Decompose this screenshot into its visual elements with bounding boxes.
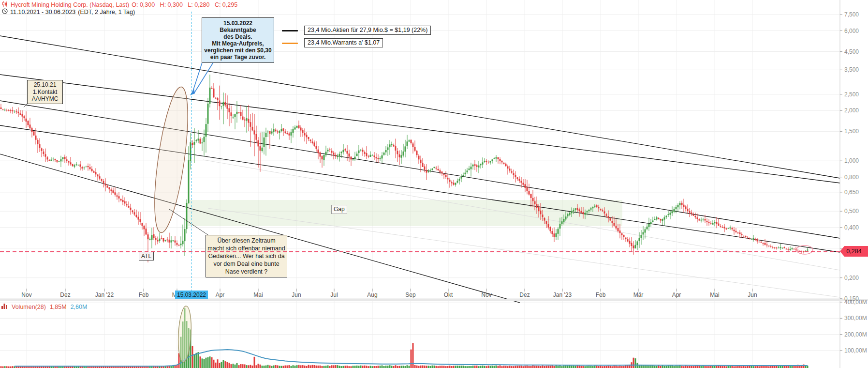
svg-text:Jul: Jul (330, 291, 338, 298)
gap-band (188, 200, 622, 226)
svg-text:Dez: Dez (519, 291, 530, 298)
svg-text:1,000: 1,000 (844, 157, 859, 164)
first-contact-annotation-box[interactable]: 25.10.21 1.Kontakt AA/HYMC (27, 80, 63, 104)
svg-text:Mai: Mai (710, 291, 719, 298)
svg-text:Okt: Okt (444, 291, 453, 298)
svg-text:0,800: 0,800 (844, 174, 859, 181)
instrument-title[interactable]: Hycroft Mining Holding Corp. (Nasdaq, La… (11, 1, 129, 8)
event-date-vertical-line[interactable] (191, 12, 191, 291)
warrants-legend-box[interactable]: 23,4 Mio.Warrants a' $1,07 (304, 38, 383, 47)
svg-text:3,500: 3,500 (844, 66, 859, 73)
svg-text:Apr: Apr (672, 291, 681, 298)
gridlines (0, 0, 840, 367)
atl-label[interactable]: ATL (139, 252, 154, 261)
volume-ma-value: 2,60M (71, 304, 88, 310)
svg-text:200,00M: 200,00M (844, 331, 867, 338)
svg-text:Sep: Sep (405, 291, 416, 298)
svg-text:Feb: Feb (139, 291, 149, 298)
candlestick-icon (2, 1, 8, 9)
svg-text:0,400: 0,400 (844, 224, 859, 231)
svg-text:Mai: Mai (253, 291, 263, 298)
price-volume-chart[interactable]: NovDezJan '22FebMärAprMaiJunJulAugSepOkt… (0, 0, 868, 368)
date-range[interactable]: 11.10.2021 - 30.06.2023 (10, 9, 75, 15)
svg-text:Nov: Nov (481, 291, 491, 298)
svg-text:Jan '23: Jan '23 (553, 291, 572, 298)
svg-text:300,00M: 300,00M (844, 315, 867, 322)
svg-text:4,500: 4,500 (844, 48, 859, 55)
volume-value: 1,85M (50, 304, 67, 310)
shares-legend-line (282, 30, 298, 31)
svg-text:7,500: 7,500 (844, 11, 859, 18)
pane-separator (0, 299, 868, 301)
y-axis-panel (840, 0, 868, 368)
trend-lines (0, 36, 840, 303)
svg-text:Jan '22: Jan '22 (95, 291, 114, 298)
svg-text:Feb: Feb (596, 291, 606, 298)
volume-legend: Volumen(28) 1,85M 2,60M (1, 303, 87, 310)
svg-text:Jun: Jun (748, 291, 757, 298)
svg-text:0,650: 0,650 (844, 189, 859, 196)
svg-text:1,500: 1,500 (844, 128, 859, 135)
last-price-dashed-line[interactable] (0, 251, 840, 252)
svg-text:2,000: 2,000 (844, 107, 859, 114)
svg-text:2,500: 2,500 (844, 91, 859, 98)
interval-info: (EDT, 2 Jahre, 1 Tag) (78, 9, 135, 15)
candles (0, 75, 809, 262)
chart-window: NovDezJan '22FebMärAprMaiJunJulAugSepOkt… (0, 0, 868, 368)
svg-text:Mär: Mär (633, 291, 644, 298)
last-price-tag: 0,284 (840, 246, 868, 257)
gap-label[interactable]: Gap (331, 205, 347, 214)
svg-text:Apr: Apr (216, 291, 225, 298)
volume-bars-icon (1, 303, 8, 310)
svg-text:Jun: Jun (292, 291, 301, 298)
svg-text:400,00M: 400,00M (844, 299, 867, 306)
warrants-legend-line (282, 43, 298, 44)
svg-text:Nov: Nov (21, 291, 31, 298)
ohlc-values: O: 0,300 H: 0,300 L: 0,280 C: 0,295 (132, 1, 237, 8)
instrument-header: Hycroft Mining Holding Corp. (Nasdaq, La… (2, 1, 237, 9)
svg-text:0,200: 0,200 (844, 275, 859, 281)
svg-text:6,000: 6,000 (844, 28, 859, 34)
thoughts-annotation-box[interactable]: Über diesen Zeitraum macht sich offenbar… (206, 235, 287, 277)
svg-text:0,500: 0,500 (844, 208, 859, 215)
shares-legend-box[interactable]: 23,4 Mio.Aktien für 27,9 Mio.$ = $1,19 (… (304, 26, 431, 35)
volume-indicator-label[interactable]: Volumen(28) (12, 304, 46, 310)
drawn-ellipse-0 (148, 85, 194, 235)
range-header: 11.10.2021 - 30.06.2023 (EDT, 2 Jahre, 1… (2, 8, 135, 15)
x-axis-labels: NovDezJan '22FebMärAprMaiJunJulAugSepOkt… (21, 289, 757, 298)
deal-annotation-box[interactable]: 15.03.2022 Bekanntgabe des Deals. Mit Me… (202, 17, 274, 63)
x-axis-date-tag[interactable]: 15.03.2022 (175, 291, 208, 299)
volume-bars (0, 308, 809, 368)
svg-text:Dez: Dez (60, 291, 70, 298)
clock-icon (2, 8, 8, 15)
svg-text:Aug: Aug (367, 291, 377, 298)
svg-text:100,00M: 100,00M (844, 347, 867, 354)
